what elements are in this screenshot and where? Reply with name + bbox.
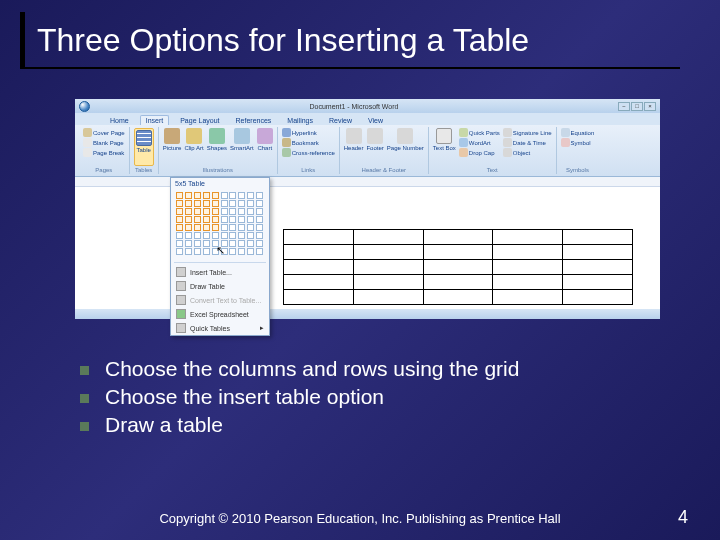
page-break-button[interactable]: Page Break [83, 148, 125, 157]
grid-cell[interactable] [176, 192, 183, 199]
grid-cell[interactable] [256, 240, 263, 247]
grid-cell[interactable] [229, 248, 236, 255]
grid-cell[interactable] [221, 216, 228, 223]
bookmark-button[interactable]: Bookmark [282, 138, 335, 147]
grid-cell[interactable] [212, 200, 219, 207]
tab-page-layout[interactable]: Page Layout [175, 116, 224, 125]
grid-cell[interactable] [247, 248, 254, 255]
equation-button[interactable]: Equation [561, 128, 595, 137]
signature-button[interactable]: Signature Line [503, 128, 552, 137]
table-button[interactable]: Table [134, 128, 154, 166]
chart-button[interactable]: Chart [257, 128, 273, 166]
grid-cell[interactable] [229, 200, 236, 207]
grid-cell[interactable] [247, 208, 254, 215]
grid-cell[interactable] [194, 232, 201, 239]
grid-cell[interactable] [256, 216, 263, 223]
grid-cell[interactable] [176, 200, 183, 207]
grid-cell[interactable] [238, 216, 245, 223]
grid-cell[interactable] [229, 224, 236, 231]
grid-cell[interactable] [176, 232, 183, 239]
grid-cell[interactable] [256, 208, 263, 215]
grid-cell[interactable] [194, 240, 201, 247]
grid-cell[interactable] [176, 240, 183, 247]
grid-cell[interactable] [185, 248, 192, 255]
grid-cell[interactable] [238, 200, 245, 207]
grid-cell[interactable] [203, 248, 210, 255]
grid-cell[interactable] [238, 224, 245, 231]
tab-view[interactable]: View [363, 116, 388, 125]
shapes-button[interactable]: Shapes [207, 128, 227, 166]
grid-cell[interactable] [238, 232, 245, 239]
grid-cell[interactable] [185, 192, 192, 199]
grid-cell[interactable] [229, 232, 236, 239]
textbox-button[interactable]: Text Box [433, 128, 456, 166]
grid-cell[interactable] [203, 216, 210, 223]
grid-cell[interactable] [203, 224, 210, 231]
datetime-button[interactable]: Date & Time [503, 138, 552, 147]
excel-spreadsheet-item[interactable]: Excel Spreadsheet [171, 307, 269, 321]
close-button[interactable]: × [644, 102, 656, 111]
wordart-button[interactable]: WordArt [459, 138, 500, 147]
grid-cell[interactable] [221, 200, 228, 207]
grid-cell[interactable] [212, 224, 219, 231]
grid-cell[interactable] [256, 232, 263, 239]
grid-cell[interactable] [238, 248, 245, 255]
tab-insert[interactable]: Insert [140, 115, 170, 125]
grid-cell[interactable] [247, 216, 254, 223]
grid-cell[interactable] [256, 224, 263, 231]
grid-cell[interactable] [256, 200, 263, 207]
grid-cell[interactable] [185, 224, 192, 231]
dropcap-button[interactable]: Drop Cap [459, 148, 500, 157]
tab-home[interactable]: Home [105, 116, 134, 125]
draw-table-item[interactable]: Draw Table [171, 279, 269, 293]
grid-cell[interactable] [203, 208, 210, 215]
grid-cell[interactable] [203, 192, 210, 199]
grid-cell[interactable] [185, 200, 192, 207]
quick-tables-item[interactable]: Quick Tables▸ [171, 321, 269, 335]
grid-cell[interactable] [247, 240, 254, 247]
grid-cell[interactable] [247, 192, 254, 199]
grid-cell[interactable] [256, 192, 263, 199]
grid-cell[interactable] [194, 216, 201, 223]
grid-cell[interactable] [212, 232, 219, 239]
grid-cell[interactable] [203, 200, 210, 207]
maximize-button[interactable]: □ [631, 102, 643, 111]
grid-cell[interactable] [203, 240, 210, 247]
grid-cell[interactable] [229, 216, 236, 223]
header-button[interactable]: Header [344, 128, 364, 166]
grid-cell[interactable] [176, 208, 183, 215]
grid-cell[interactable] [229, 240, 236, 247]
grid-cell[interactable] [247, 224, 254, 231]
quick-parts-button[interactable]: Quick Parts [459, 128, 500, 137]
tab-references[interactable]: References [231, 116, 277, 125]
grid-cell[interactable] [221, 224, 228, 231]
grid-cell[interactable] [238, 240, 245, 247]
clipart-button[interactable]: Clip Art [184, 128, 203, 166]
picture-button[interactable]: Picture [163, 128, 182, 166]
grid-cell[interactable] [194, 192, 201, 199]
grid-cell[interactable] [176, 224, 183, 231]
grid-cell[interactable] [194, 208, 201, 215]
tab-review[interactable]: Review [324, 116, 357, 125]
office-button-icon[interactable] [79, 101, 90, 112]
grid-cell[interactable] [247, 232, 254, 239]
grid-cell[interactable] [229, 208, 236, 215]
grid-cell[interactable] [256, 248, 263, 255]
grid-cell[interactable] [229, 192, 236, 199]
grid-cell[interactable] [185, 208, 192, 215]
grid-cell[interactable] [176, 216, 183, 223]
grid-cell[interactable] [212, 216, 219, 223]
grid-cell[interactable] [247, 200, 254, 207]
grid-cell[interactable] [185, 216, 192, 223]
grid-cell[interactable] [194, 248, 201, 255]
grid-cell[interactable] [176, 248, 183, 255]
grid-cell[interactable] [221, 192, 228, 199]
grid-cell[interactable] [194, 224, 201, 231]
cover-page-button[interactable]: Cover Page [83, 128, 125, 137]
grid-cell[interactable] [238, 192, 245, 199]
grid-cell[interactable] [238, 208, 245, 215]
object-button[interactable]: Object [503, 148, 552, 157]
grid-cell[interactable] [212, 192, 219, 199]
grid-cell[interactable] [194, 200, 201, 207]
grid-cell[interactable] [212, 208, 219, 215]
